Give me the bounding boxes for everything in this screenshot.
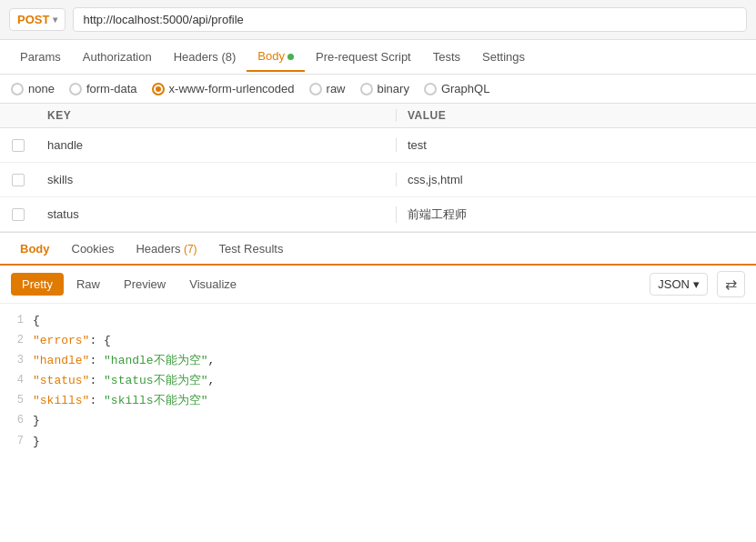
radio-circle-form-data	[69, 83, 82, 95]
kv-check-header	[0, 109, 36, 122]
row-checkbox[interactable]	[12, 139, 25, 152]
tab-bottom-headers[interactable]: Headers (7)	[125, 236, 207, 261]
radio-label-form-data: form-data	[86, 82, 137, 95]
radio-label-binary: binary	[378, 82, 409, 95]
kv-rows: handletestskillscss,js,htmlstatus前端工程师	[0, 128, 756, 232]
tab-bottom-test-results[interactable]: Test Results	[208, 236, 295, 261]
radio-group: noneform-datax-www-form-urlencodedrawbin…	[0, 75, 756, 104]
code-line: 2 "errors": {	[0, 331, 756, 351]
radio-circle-binary	[360, 83, 373, 95]
radio-form-data[interactable]: form-data	[69, 82, 137, 95]
kv-key-header: KEY	[36, 109, 396, 122]
response-tab-group: PrettyRawPreviewVisualize	[11, 273, 247, 296]
row-checkbox[interactable]	[12, 208, 25, 221]
row-checkbox[interactable]	[12, 174, 25, 186]
code-line: 5 "skills": "skills不能为空"	[0, 391, 756, 411]
radio-label-raw: raw	[327, 82, 346, 95]
table-row: skillscss,js,html	[0, 163, 756, 197]
line-content: "handle": "handle不能为空",	[33, 351, 215, 371]
kv-section: KEY VALUE handletestskillscss,js,htmlsta…	[0, 104, 756, 233]
code-line: 1{	[0, 311, 756, 331]
radio-graphql[interactable]: GraphQL	[424, 82, 489, 95]
tab-bar-bottom: BodyCookiesHeaders (7)Test Results	[0, 233, 756, 266]
code-line: 3 "handle": "handle不能为空",	[0, 351, 756, 371]
line-content: {	[33, 311, 40, 331]
url-bar: POST ▾	[0, 0, 756, 40]
line-number: 5	[7, 391, 33, 409]
content-area: ParamsAuthorizationHeaders (8)BodyPre-re…	[0, 40, 756, 542]
radio-label-x-www-form-urlencoded: x-www-form-urlencoded	[169, 82, 295, 95]
body-active-dot	[287, 54, 294, 60]
resp-tab-raw[interactable]: Raw	[66, 273, 111, 296]
format-label: JSON	[658, 277, 690, 291]
code-line: 7}	[0, 432, 756, 452]
radio-circle-raw	[309, 83, 322, 95]
code-area: 1{2 "errors": {3 "handle": "handle不能为空",…	[0, 304, 756, 542]
line-number: 1	[7, 311, 33, 329]
line-number: 3	[7, 351, 33, 369]
tab-top-tests[interactable]: Tests	[422, 43, 471, 71]
radio-label-graphql: GraphQL	[441, 82, 489, 95]
resp-tab-visualize[interactable]: Visualize	[178, 273, 247, 296]
radio-circle-graphql	[424, 83, 437, 95]
response-section: BodyCookiesHeaders (7)Test Results Prett…	[0, 233, 756, 542]
tab-top-authorization[interactable]: Authorization	[72, 43, 163, 71]
tab-bottom-cookies[interactable]: Cookies	[61, 236, 126, 261]
row-key: skills	[36, 173, 396, 186]
wrap-button[interactable]: ⇄	[717, 271, 745, 297]
format-dropdown[interactable]: JSON ▾	[650, 273, 708, 296]
row-check-cell	[0, 139, 36, 152]
tab-top-prerequest[interactable]: Pre-request Script	[305, 43, 422, 71]
method-selector[interactable]: POST ▾	[9, 8, 66, 31]
row-key: handle	[36, 138, 396, 152]
table-row: status前端工程师	[0, 197, 756, 232]
url-input[interactable]	[73, 7, 747, 32]
tab-bottom-body[interactable]: Body	[9, 236, 61, 261]
radio-none[interactable]: none	[11, 82, 55, 95]
line-content: "status": "status不能为空",	[33, 371, 215, 391]
tab-top-params[interactable]: Params	[9, 43, 72, 71]
row-value: test	[396, 138, 756, 152]
resp-tab-pretty[interactable]: Pretty	[11, 273, 64, 296]
response-toolbar: PrettyRawPreviewVisualize JSON ▾ ⇄	[0, 266, 756, 304]
resp-tab-preview[interactable]: Preview	[113, 273, 176, 296]
row-value: css,js,html	[396, 173, 756, 186]
method-chevron: ▾	[53, 15, 57, 25]
line-number: 4	[7, 371, 33, 389]
row-value: 前端工程师	[396, 206, 756, 223]
line-number: 6	[7, 411, 33, 429]
line-content: "skills": "skills不能为空"	[33, 391, 207, 411]
radio-label-none: none	[28, 82, 55, 95]
kv-header: KEY VALUE	[0, 104, 756, 128]
radio-circle-x-www-form-urlencoded	[152, 83, 165, 95]
line-content: }	[33, 411, 40, 431]
tab-bar-top: ParamsAuthorizationHeaders (8)BodyPre-re…	[0, 40, 756, 75]
tab-top-body[interactable]: Body	[247, 42, 305, 72]
radio-circle-none	[11, 83, 24, 95]
row-check-cell	[0, 174, 36, 186]
table-row: handletest	[0, 128, 756, 163]
tab-top-headers[interactable]: Headers (8)	[163, 43, 247, 71]
radio-binary[interactable]: binary	[360, 82, 409, 95]
line-number: 7	[7, 432, 33, 450]
row-key: status	[36, 207, 396, 221]
code-line: 6 }	[0, 411, 756, 431]
row-check-cell	[0, 208, 36, 221]
code-line: 4 "status": "status不能为空",	[0, 371, 756, 391]
format-chevron: ▾	[693, 277, 700, 291]
kv-value-header: VALUE	[396, 109, 756, 122]
tab-bottom-badge-headers: (7)	[181, 243, 197, 256]
radio-x-www-form-urlencoded[interactable]: x-www-form-urlencoded	[152, 82, 295, 95]
tab-top-settings[interactable]: Settings	[471, 43, 536, 71]
method-label: POST	[17, 13, 49, 26]
radio-raw[interactable]: raw	[309, 82, 346, 95]
line-content: }	[33, 432, 40, 452]
line-number: 2	[7, 331, 33, 349]
line-content: "errors": {	[33, 331, 111, 351]
